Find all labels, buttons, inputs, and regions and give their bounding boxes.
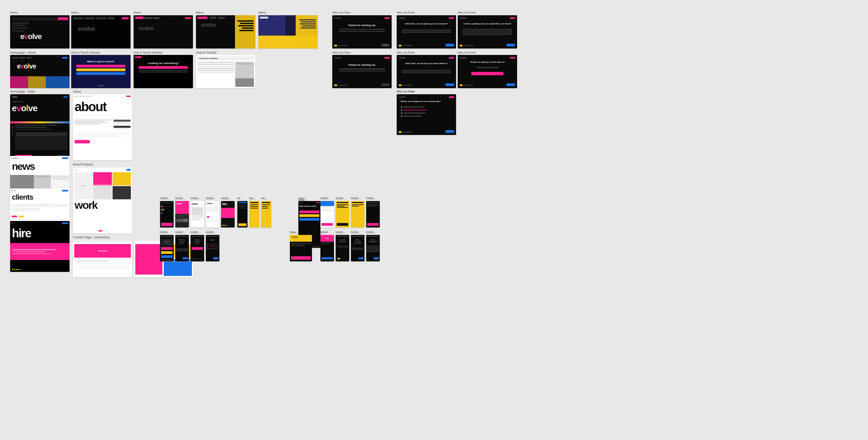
hire-us-form-budget-label: Hire Us Form bbox=[397, 90, 415, 93]
menu-label-1: Menu bbox=[10, 11, 18, 14]
menu-label-4: Menu bbox=[196, 11, 204, 14]
mobile4-label-4: Mobil... bbox=[366, 197, 376, 200]
new-label-bottom-1: New... bbox=[290, 231, 298, 234]
mobile3-label-1: Mobil... bbox=[320, 231, 330, 234]
mobile3-label-3: Mobil... bbox=[351, 231, 361, 234]
hire-us-form-thumb-3[interactable]: Is there anything else you would like us… bbox=[458, 15, 517, 48]
hire-us-form-label-4: Hire Us Form bbox=[332, 51, 351, 54]
homepage-hover-label: Homepage - Hover bbox=[10, 51, 36, 54]
hire-us-form-label-1: Hire Us Form bbox=[332, 11, 351, 14]
mobile-label-5: Mobil... bbox=[221, 197, 231, 200]
mobile-evolve-thumb[interactable]: ev olv e bbox=[160, 201, 174, 227]
mobile-work-thumb[interactable]: work bbox=[175, 201, 189, 227]
mobile-menu-2-thumb[interactable] bbox=[249, 201, 259, 227]
mobile2-thumb-3[interactable]: Thanks forgetting intouch! bbox=[191, 235, 204, 261]
menu-thumb-1[interactable]: evolve bbox=[10, 15, 70, 48]
search-results-thumb[interactable]: Looking for something? bbox=[196, 55, 255, 88]
menu-label-5: Menu bbox=[258, 11, 266, 14]
mobile-menu-1-thumb[interactable] bbox=[237, 201, 248, 227]
mobile3-thumb-3[interactable]: Hello,can we getyour number? bbox=[351, 235, 364, 261]
hire-us-form-thumb-4[interactable]: Thanks for reaching out. bbox=[332, 55, 392, 88]
mobile4-thumb-2[interactable] bbox=[336, 201, 349, 227]
mobile2-label-3: Mobil... bbox=[191, 231, 200, 234]
mobile3-label-2: Mobil... bbox=[336, 231, 346, 234]
hire-us-form-thumb-6[interactable]: Thanks for getting in touch with us! We'… bbox=[458, 55, 517, 88]
mobile-mo-label-1: Mo... bbox=[249, 197, 256, 200]
homepage-hover-thumb[interactable]: evolve bbox=[10, 55, 70, 88]
contact-page-thumb-1[interactable]: Top Section bbox=[73, 240, 132, 277]
mobile-news-thumb[interactable]: news bbox=[191, 201, 204, 227]
search-results-label: Search Results bbox=[196, 51, 217, 54]
contact-page-label: Contact Page - Interactions bbox=[73, 236, 110, 239]
get-in-touch-label-2: Get In Touch Overlay bbox=[134, 51, 162, 54]
hire-us-form-label-5: Hire Us Form bbox=[397, 51, 415, 54]
mobile3-thumb-1[interactable]: evo bbox=[320, 235, 334, 261]
mobile4-label-2: Mobil... bbox=[336, 197, 346, 200]
get-in-touch-label-1: Get In Touch Overlay bbox=[71, 51, 100, 54]
homepage-static-label: Homepage - Static bbox=[10, 90, 36, 93]
hire-us-form-thumb-2[interactable]: Hello Theo, can we please get your numbe… bbox=[397, 15, 456, 48]
get-in-touch-thumb-2[interactable]: Looking for something? bbox=[134, 55, 193, 88]
mobile-label-3: Mobil... bbox=[191, 197, 200, 200]
menu-thumb-3[interactable]: evolve bbox=[134, 15, 193, 48]
about-section-label: About bbox=[73, 90, 81, 93]
mobile4-thumb-1[interactable] bbox=[320, 201, 334, 227]
mobile-label-1: Mobil... bbox=[160, 197, 170, 200]
mobile-hire-thumb[interactable]: hire bbox=[221, 201, 235, 227]
mobile-mo-label-2: Mo... bbox=[261, 197, 268, 200]
hire-us-form-budget-thumb[interactable]: What's your budget we are working with? bbox=[397, 94, 456, 135]
get-in-touch-thumb-1[interactable]: Want to get in touch? evolve bbox=[71, 55, 131, 88]
new-label-top: New... bbox=[298, 198, 307, 202]
mobile-menu-3-thumb[interactable] bbox=[261, 201, 271, 227]
mobile-m-label-1: M... bbox=[237, 197, 242, 200]
mobile2-label-4: Mobil... bbox=[206, 231, 216, 234]
menu-thumb-2[interactable]: evolve bbox=[71, 15, 131, 48]
mobile3-thumb-4[interactable]: Is thereanything else? bbox=[366, 235, 380, 261]
brand-projects-label: Brand Projects bbox=[73, 163, 93, 166]
brand-projects-thumb[interactable]: Project work bbox=[73, 167, 132, 234]
mobile2-thumb-1[interactable]: Want toget in bbox=[160, 235, 174, 261]
menu-label-2: Menu bbox=[71, 11, 79, 14]
about-thumb[interactable]: about bbox=[73, 94, 132, 160]
homepage-static-thumb[interactable]: Welcome to evolve bbox=[10, 94, 70, 160]
hire-us-form-label-6: Hire Us Form bbox=[458, 51, 476, 54]
mobile2-label-2: Mobil... bbox=[175, 231, 185, 234]
main-canvas: Menu Menu Menu Menu Menu Hire Us Form Hi… bbox=[0, 0, 868, 440]
mobile4-label-3: Mobil... bbox=[351, 197, 361, 200]
mobile2-thumb-2[interactable]: Hello Theo,can weplease... bbox=[175, 235, 189, 261]
mobile2-label-1: Mobil... bbox=[160, 231, 170, 234]
new-bottom-thumb-1[interactable]: evolve bbox=[290, 235, 312, 261]
menu-label-3: Menu bbox=[134, 11, 141, 14]
hire-us-form-thumb-1[interactable]: Thanks for reaching out. bbox=[332, 15, 392, 48]
hire-us-form-label-3: Hire Us Form bbox=[458, 11, 476, 14]
mobile-label-2: Mobil... bbox=[175, 197, 185, 200]
hire-page-thumb[interactable]: hire bbox=[10, 221, 70, 272]
mobile2-thumb-4[interactable]: Budget? bbox=[206, 235, 219, 261]
mobile4-thumb-4[interactable] bbox=[366, 201, 380, 227]
mobile-label-4: Mobil... bbox=[206, 197, 216, 200]
menu-thumb-4[interactable]: evolve bbox=[196, 15, 255, 48]
mobile4-label-1: Mobil... bbox=[320, 197, 330, 200]
mobile3-label-4: Mobil... bbox=[366, 231, 376, 234]
hire-us-form-thumb-5[interactable]: Hello Theo, can we get your email addres… bbox=[397, 55, 456, 88]
mobile-clients-thumb[interactable]: clients bbox=[206, 201, 219, 227]
mobile4-thumb-3[interactable] bbox=[351, 201, 364, 227]
mobile3-thumb-2[interactable]: Thanks forreaching out. bbox=[336, 235, 349, 261]
menu-thumb-5[interactable] bbox=[258, 15, 318, 48]
hire-us-form-label-2: Hire Us Form bbox=[397, 11, 415, 14]
